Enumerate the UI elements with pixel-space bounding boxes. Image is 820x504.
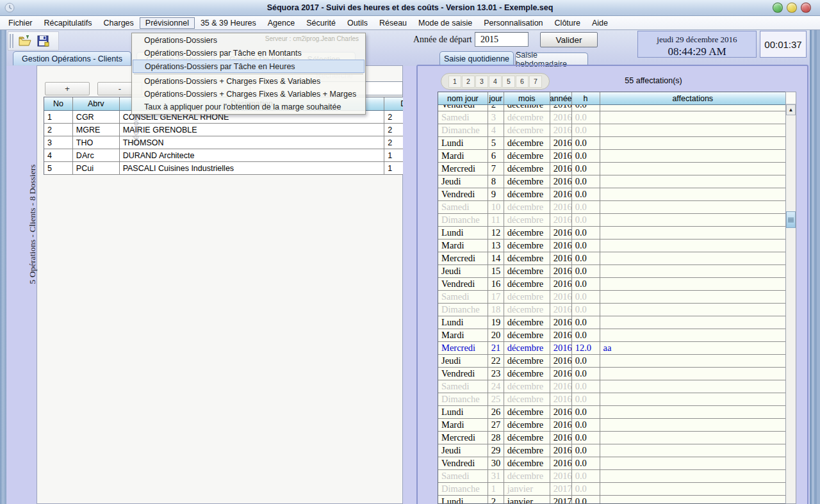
dropdown-item-6[interactable]: Taux à appliquer pour l'obtention de la …	[133, 101, 365, 113]
daily-row-12[interactable]: Mercredi14décembre20160.0	[438, 252, 785, 265]
daily-header-3: année	[550, 92, 572, 104]
menubar-item-35-39-heures[interactable]: 35 & 39 Heures	[195, 17, 262, 29]
previsionnel-dropdown-menu: Serveur : cm2iprog.Jean Charles Opératio…	[131, 33, 366, 115]
daily-cell: janvier	[504, 496, 550, 503]
daily-row-17[interactable]: Lundi19décembre20160.0	[438, 316, 785, 329]
daily-cell: 25	[488, 393, 504, 405]
daily-row-21[interactable]: Vendredi23décembre20160.0	[438, 368, 785, 380]
daily-row-5[interactable]: Mercredi7décembre20160.0	[438, 163, 785, 175]
pager-button-1[interactable]: 1	[448, 76, 461, 88]
dropdown-item-5[interactable]: Opérations-Dossiers + Charges Fixes & Va…	[133, 88, 365, 101]
pager-button-3[interactable]: 3	[475, 76, 488, 88]
daily-row-27[interactable]: Jeudi29décembre20160.0	[438, 444, 785, 457]
daily-cell	[600, 393, 785, 405]
clients-row-3[interactable]: 4DArcDURAND Architecte1	[44, 149, 403, 162]
daily-row-29[interactable]: Samedi31décembre20160.0	[438, 470, 785, 483]
daily-row-31[interactable]: Lundi2janvier20170.0	[438, 496, 785, 503]
menubar-item-r-capitulatifs[interactable]: Récapitulatifs	[38, 17, 98, 29]
tab-saisie-quotidienne[interactable]: Saisie quotidienne	[439, 51, 514, 65]
daily-cell: 2016	[550, 175, 572, 188]
daily-cell: 2016	[550, 457, 572, 469]
pager-button-4[interactable]: 4	[489, 76, 502, 88]
save-floppy-icon	[37, 35, 49, 47]
menubar-item-fichier[interactable]: Fichier	[3, 17, 38, 29]
daily-cell: 2016	[550, 304, 572, 316]
daily-cell: 0.0	[572, 137, 600, 149]
clients-row-4[interactable]: 5PCuiPASCALI Cuisines Industrielles1	[44, 162, 403, 175]
pager-button-2[interactable]: 2	[462, 76, 475, 88]
tab-gestion-operations-clients[interactable]: Gestion Opérations - Clients	[13, 51, 131, 65]
daily-row-28[interactable]: Vendredi30décembre20160.0	[438, 457, 785, 470]
daily-row-22[interactable]: Samedi24décembre20160.0	[438, 380, 785, 393]
window-border-right	[810, 30, 820, 504]
dropdown-item-4[interactable]: Opérations-Dossiers + Charges Fixes & Va…	[133, 75, 365, 88]
daily-cell: Mardi	[438, 150, 488, 162]
dropdown-item-1[interactable]: Opérations-Dossiers par Tâche en Montant…	[133, 47, 365, 60]
daily-row-24[interactable]: Lundi26décembre20160.0	[438, 406, 785, 419]
clients-row-2[interactable]: 3THOTHOMSON2	[44, 136, 403, 149]
daily-row-14[interactable]: Vendredi16décembre20160.0	[438, 278, 785, 291]
clients-row-1[interactable]: 2MGREMAIRIE GRENOBLE2	[44, 124, 403, 136]
daily-cell: décembre	[504, 355, 550, 367]
menubar-item-cl-ture[interactable]: Clôture	[549, 17, 586, 29]
menubar-item-agence[interactable]: Agence	[262, 17, 300, 29]
menubar-item-aide[interactable]: Aide	[586, 17, 614, 29]
daily-row-13[interactable]: Jeudi15décembre20160.0	[438, 265, 785, 278]
daily-row-26[interactable]: Mercredi28décembre20160.0	[438, 432, 785, 444]
window-title: Séquora 2017 - Suivi des heures et des c…	[0, 3, 820, 12]
add-button[interactable]: +	[45, 82, 90, 95]
menubar-item-s-curit-[interactable]: Sécurité	[300, 17, 341, 29]
daily-table-scrollbar[interactable]: ▲	[785, 92, 796, 504]
daily-row-1[interactable]: Samedi3décembre20160.0	[438, 111, 785, 124]
daily-row-18[interactable]: Mardi20décembre20160.0	[438, 329, 785, 342]
menubar-item-outils[interactable]: Outils	[341, 17, 373, 29]
menubar-item-personnalisation[interactable]: Personnalisation	[478, 17, 548, 29]
menubar-item-r-seau[interactable]: Réseau	[373, 17, 413, 29]
daily-row-2[interactable]: Dimanche4décembre20160.0	[438, 124, 785, 137]
daily-row-15[interactable]: Samedi17décembre20160.0	[438, 291, 785, 304]
date-text: jeudi 29 décembre 2016	[638, 35, 756, 45]
open-file-button[interactable]	[16, 33, 34, 49]
toolbar-grip[interactable]	[10, 34, 14, 48]
daily-cell: décembre	[504, 380, 550, 393]
daily-cell: 31	[488, 470, 504, 482]
pager-button-7[interactable]: 7	[529, 76, 542, 88]
menubar-item-mode-de-saisie[interactable]: Mode de saisie	[413, 17, 478, 29]
daily-row-16[interactable]: Dimanche18décembre20160.0	[438, 304, 785, 316]
minimize-button[interactable]	[773, 3, 783, 13]
scroll-up-arrow-icon[interactable]: ▲	[786, 104, 796, 115]
daily-row-6[interactable]: Jeudi8décembre20160.0	[438, 175, 785, 188]
maximize-button[interactable]	[787, 3, 797, 13]
daily-cell	[600, 457, 785, 469]
daily-row-19[interactable]: Mercredi21décembre201612.0aa	[438, 342, 785, 355]
daily-cell: 0.0	[572, 111, 600, 124]
annee-depart-input[interactable]	[475, 32, 529, 47]
daily-cell: 2016	[550, 432, 572, 444]
daily-row-4[interactable]: Mardi6décembre20160.0	[438, 150, 785, 163]
daily-row-30[interactable]: Dimanche1janvier20170.0	[438, 483, 785, 496]
pager-button-5[interactable]: 5	[502, 76, 515, 88]
daily-row-9[interactable]: Dimanche11décembre20160.0	[438, 214, 785, 227]
menubar-item-charges[interactable]: Charges	[98, 17, 140, 29]
daily-row-11[interactable]: Mardi13décembre20160.0	[438, 240, 785, 252]
daily-row-0[interactable]: Vendredi2décembre20160.0	[438, 105, 785, 111]
dropdown-item-2[interactable]: Opérations-Dossiers par Tâche en Heures	[133, 60, 365, 73]
save-file-button[interactable]	[34, 33, 52, 49]
daily-cell: 11	[488, 214, 504, 226]
daily-row-23[interactable]: Dimanche25décembre20160.0	[438, 393, 785, 406]
pager-button-6[interactable]: 6	[516, 76, 529, 88]
daily-cell: décembre	[504, 240, 550, 252]
scrollbar-thumb[interactable]	[786, 211, 796, 228]
daily-row-7[interactable]: Vendredi9décembre20160.0	[438, 188, 785, 201]
daily-row-8[interactable]: Samedi10décembre20160.0	[438, 201, 785, 214]
daily-row-10[interactable]: Lundi12décembre20160.0	[438, 227, 785, 240]
daily-cell: Jeudi	[438, 444, 488, 457]
tab-saisie-hebdomadaire[interactable]: Saisie hebdomadaire	[515, 53, 588, 65]
clients-cell: 2	[384, 136, 403, 149]
close-button[interactable]	[801, 3, 811, 13]
daily-row-20[interactable]: Jeudi22décembre20160.0	[438, 355, 785, 368]
valider-button[interactable]: Valider	[540, 32, 598, 47]
daily-row-25[interactable]: Mardi27décembre20160.0	[438, 419, 785, 432]
daily-row-3[interactable]: Lundi5décembre20160.0	[438, 137, 785, 150]
menubar-item-pr-visionnel[interactable]: Prévisionnel	[140, 17, 195, 29]
